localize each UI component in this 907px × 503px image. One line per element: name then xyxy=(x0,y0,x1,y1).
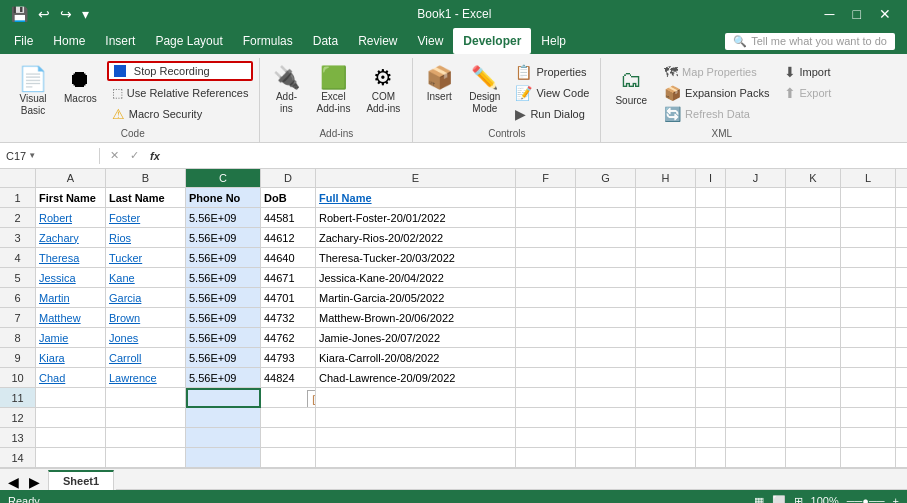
col-header-a[interactable]: A xyxy=(36,169,106,187)
cell-k5[interactable] xyxy=(786,268,841,288)
cell-m2[interactable] xyxy=(896,208,907,228)
cell-b6[interactable]: Garcia xyxy=(106,288,186,308)
cell-g8[interactable] xyxy=(576,328,636,348)
cell-f12[interactable] xyxy=(516,408,576,428)
cell-e12[interactable] xyxy=(316,408,516,428)
row-header-11[interactable]: 11 xyxy=(0,388,35,408)
cell-c4[interactable]: 5.56E+09 xyxy=(186,248,261,268)
cell-i14[interactable] xyxy=(696,448,726,468)
cell-h5[interactable] xyxy=(636,268,696,288)
customize-icon[interactable]: ▾ xyxy=(79,4,92,24)
cell-i7[interactable] xyxy=(696,308,726,328)
cell-h8[interactable] xyxy=(636,328,696,348)
cell-j2[interactable] xyxy=(726,208,786,228)
menu-formulas[interactable]: Formulas xyxy=(233,28,303,54)
cell-b5[interactable]: Kane xyxy=(106,268,186,288)
cell-l6[interactable] xyxy=(841,288,896,308)
cell-b2[interactable]: Foster xyxy=(106,208,186,228)
cell-i5[interactable] xyxy=(696,268,726,288)
cell-f4[interactable] xyxy=(516,248,576,268)
cell-f14[interactable] xyxy=(516,448,576,468)
cell-j8[interactable] xyxy=(726,328,786,348)
run-dialog-button[interactable]: ▶ Run Dialog xyxy=(510,104,594,124)
cell-a6[interactable]: Martin xyxy=(36,288,106,308)
cell-h12[interactable] xyxy=(636,408,696,428)
cell-j6[interactable] xyxy=(726,288,786,308)
cell-b12[interactable] xyxy=(106,408,186,428)
use-relative-references-button[interactable]: ⬚ Use Relative References xyxy=(107,83,254,103)
cell-l8[interactable] xyxy=(841,328,896,348)
cell-k3[interactable] xyxy=(786,228,841,248)
col-header-j[interactable]: J xyxy=(726,169,786,187)
cell-c6[interactable]: 5.56E+09 xyxy=(186,288,261,308)
export-button[interactable]: ⬆ Export xyxy=(779,83,837,103)
cell-j3[interactable] xyxy=(726,228,786,248)
cell-g7[interactable] xyxy=(576,308,636,328)
cell-k1[interactable] xyxy=(786,188,841,208)
cell-c14[interactable] xyxy=(186,448,261,468)
cell-f3[interactable] xyxy=(516,228,576,248)
cell-b14[interactable] xyxy=(106,448,186,468)
cell-d7[interactable]: 44732 xyxy=(261,308,316,328)
cancel-formula-button[interactable]: ✕ xyxy=(106,149,123,162)
cell-g10[interactable] xyxy=(576,368,636,388)
cell-a9[interactable]: Kiara xyxy=(36,348,106,368)
col-header-h[interactable]: H xyxy=(636,169,696,187)
cell-f2[interactable] xyxy=(516,208,576,228)
cell-h9[interactable] xyxy=(636,348,696,368)
cell-a1[interactable]: First Name xyxy=(36,188,106,208)
cell-a8[interactable]: Jamie xyxy=(36,328,106,348)
page-layout-view-icon[interactable]: ⬜ xyxy=(772,495,786,504)
view-code-button[interactable]: 📝 View Code xyxy=(510,83,594,103)
cell-e11[interactable] xyxy=(316,388,516,408)
stop-recording-button[interactable]: Stop Recording xyxy=(107,61,254,81)
col-header-i[interactable]: I xyxy=(696,169,726,187)
map-properties-button[interactable]: 🗺 Map Properties xyxy=(659,62,774,82)
cell-d13[interactable] xyxy=(261,428,316,448)
cell-c5[interactable]: 5.56E+09 xyxy=(186,268,261,288)
cell-g4[interactable] xyxy=(576,248,636,268)
cell-j5[interactable] xyxy=(726,268,786,288)
cell-e3[interactable]: Zachary-Rios-20/02/2022 xyxy=(316,228,516,248)
cell-i9[interactable] xyxy=(696,348,726,368)
insert-function-button[interactable]: fx xyxy=(146,150,164,162)
cell-k7[interactable] xyxy=(786,308,841,328)
cell-b1[interactable]: Last Name xyxy=(106,188,186,208)
cell-c12[interactable] xyxy=(186,408,261,428)
page-break-view-icon[interactable]: ⊞ xyxy=(794,495,803,504)
cell-l5[interactable] xyxy=(841,268,896,288)
menu-developer[interactable]: Developer xyxy=(453,28,531,54)
menu-help[interactable]: Help xyxy=(531,28,576,54)
cell-e4[interactable]: Theresa-Tucker-20/03/2022 xyxy=(316,248,516,268)
col-header-f[interactable]: F xyxy=(516,169,576,187)
cell-j7[interactable] xyxy=(726,308,786,328)
cell-f9[interactable] xyxy=(516,348,576,368)
cell-i10[interactable] xyxy=(696,368,726,388)
cell-h2[interactable] xyxy=(636,208,696,228)
cell-e13[interactable] xyxy=(316,428,516,448)
excel-add-ins-button[interactable]: 🟩 ExcelAdd-ins xyxy=(310,60,356,126)
cell-l1[interactable] xyxy=(841,188,896,208)
cell-b13[interactable] xyxy=(106,428,186,448)
refresh-data-button[interactable]: 🔄 Refresh Data xyxy=(659,104,774,124)
cell-m9[interactable] xyxy=(896,348,907,368)
formula-input[interactable] xyxy=(170,149,907,163)
cell-k8[interactable] xyxy=(786,328,841,348)
cell-a14[interactable] xyxy=(36,448,106,468)
cell-b7[interactable]: Brown xyxy=(106,308,186,328)
menu-data[interactable]: Data xyxy=(303,28,348,54)
cell-g1[interactable] xyxy=(576,188,636,208)
cell-f5[interactable] xyxy=(516,268,576,288)
cell-c9[interactable]: 5.56E+09 xyxy=(186,348,261,368)
cell-i1[interactable] xyxy=(696,188,726,208)
insert-control-button[interactable]: 📦 Insert xyxy=(419,60,459,126)
cell-g2[interactable] xyxy=(576,208,636,228)
row-header-7[interactable]: 7 xyxy=(0,308,35,328)
cell-b11[interactable] xyxy=(106,388,186,408)
row-header-1[interactable]: 1 xyxy=(0,188,35,208)
col-header-b[interactable]: B xyxy=(106,169,186,187)
cell-d8[interactable]: 44762 xyxy=(261,328,316,348)
row-header-12[interactable]: 12 xyxy=(0,408,35,428)
cell-i12[interactable] xyxy=(696,408,726,428)
cell-k14[interactable] xyxy=(786,448,841,468)
